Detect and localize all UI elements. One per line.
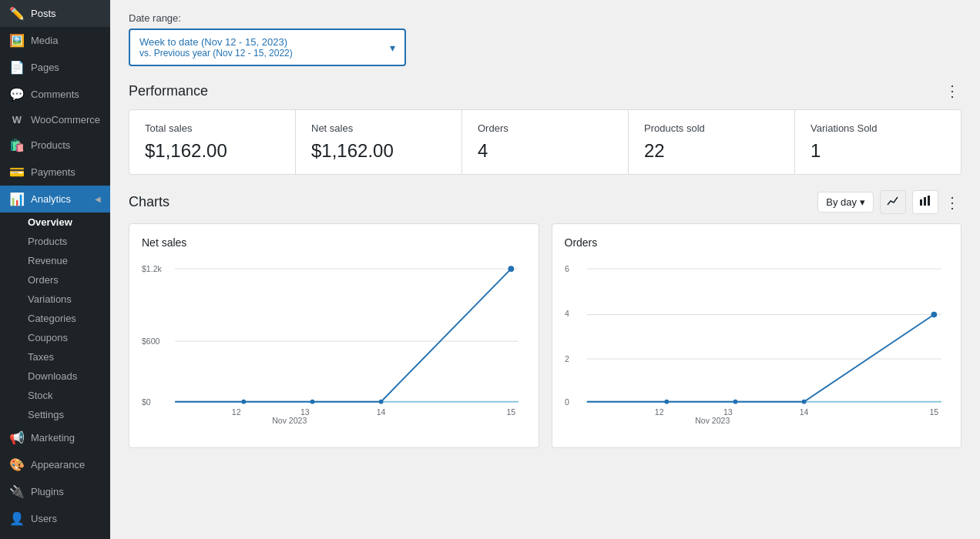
sidebar-item-label: Comments <box>31 89 79 100</box>
submenu-settings[interactable]: Settings <box>0 405 110 424</box>
svg-rect-2 <box>928 196 930 206</box>
sidebar-item-comments[interactable]: 💬 Comments <box>0 81 110 108</box>
sidebar-item-label: Plugins <box>31 486 64 497</box>
date-range-text: Week to date (Nov 12 - 15, 2023) vs. Pre… <box>139 36 293 59</box>
submenu-downloads[interactable]: Downloads <box>0 367 110 386</box>
orders-svg: 6 4 2 0 <box>565 258 949 427</box>
charts-title: Charts <box>129 194 169 210</box>
comments-icon: 💬 <box>9 87 25 102</box>
posts-icon: ✏️ <box>9 6 25 21</box>
charts-menu-icon[interactable]: ⋮ <box>945 193 962 212</box>
sidebar-item-label: Analytics <box>31 193 71 205</box>
svg-text:2: 2 <box>565 354 569 363</box>
media-icon: 🖼️ <box>9 33 25 48</box>
main-content: Date range: Week to date (Nov 12 - 15, 2… <box>110 0 980 539</box>
sidebar-item-payments[interactable]: 💳 Payments <box>0 159 110 186</box>
sidebar-item-analytics[interactable]: 📊 Analytics ◀ <box>0 186 110 213</box>
svg-text:13: 13 <box>300 407 310 417</box>
perf-value-net-sales: $1,162.00 <box>311 140 446 162</box>
bar-chart-icon-button[interactable] <box>912 190 938 214</box>
perf-label-products-sold: Products sold <box>644 122 779 134</box>
date-range-main: Week to date (Nov 12 - 15, 2023) <box>139 36 293 48</box>
sidebar: ✏️ Posts 🖼️ Media 📄 Pages 💬 Comments W W… <box>0 0 110 539</box>
perf-value-variations-sold: 1 <box>811 140 945 162</box>
sidebar-item-woocommerce[interactable]: W WooCommerce <box>0 108 110 132</box>
svg-text:4: 4 <box>565 309 569 318</box>
submenu-coupons[interactable]: Coupons <box>0 328 110 347</box>
orders-chart: Orders 6 4 2 0 <box>552 223 962 448</box>
sidebar-item-products[interactable]: 🛍️ Products <box>0 132 110 159</box>
sidebar-item-pages[interactable]: 📄 Pages <box>0 54 110 81</box>
net-sales-svg: $1.2k $600 $0 12 <box>142 258 526 427</box>
sidebar-item-plugins[interactable]: 🔌 Plugins <box>0 478 110 505</box>
svg-text:12: 12 <box>232 407 241 417</box>
sidebar-item-label: Products <box>31 139 70 151</box>
perf-value-total-sales: $1,162.00 <box>145 140 280 162</box>
analytics-submenu: Overview Products Revenue Orders Variati… <box>0 213 110 424</box>
line-chart-icon-button[interactable] <box>880 190 906 214</box>
pages-icon: 📄 <box>9 60 25 75</box>
charts-header: Charts By day ▾ ⋮ <box>129 190 962 214</box>
perf-card-products-sold: Products sold 22 <box>629 110 795 174</box>
performance-header: Performance ⋮ <box>129 82 962 100</box>
charts-grid: Net sales $1.2k $600 $0 <box>129 223 962 448</box>
svg-text:14: 14 <box>377 407 386 417</box>
svg-text:$0: $0 <box>142 397 151 407</box>
svg-text:15: 15 <box>929 407 938 417</box>
submenu-products[interactable]: Products <box>0 232 110 251</box>
svg-text:Nov 2023: Nov 2023 <box>695 416 730 425</box>
products-icon: 🛍️ <box>9 138 25 152</box>
net-sales-chart: Net sales $1.2k $600 $0 <box>129 223 539 448</box>
svg-text:14: 14 <box>799 407 808 417</box>
date-range-label: Date range: <box>129 12 962 24</box>
submenu-revenue[interactable]: Revenue <box>0 251 110 270</box>
payments-icon: 💳 <box>9 165 25 179</box>
perf-card-variations-sold: Variations Sold 1 <box>795 110 961 174</box>
svg-text:12: 12 <box>654 407 663 417</box>
by-day-button[interactable]: By day ▾ <box>817 192 874 213</box>
submenu-variations[interactable]: Variations <box>0 290 110 309</box>
analytics-icon: 📊 <box>9 192 25 206</box>
sidebar-item-marketing[interactable]: 📢 Marketing <box>0 424 110 451</box>
sidebar-item-label: WooCommerce <box>31 114 100 126</box>
perf-value-products-sold: 22 <box>644 140 779 162</box>
marketing-icon: 📢 <box>9 430 25 445</box>
submenu-categories[interactable]: Categories <box>0 309 110 328</box>
bar-chart-icon <box>919 195 931 207</box>
perf-label-net-sales: Net sales <box>311 122 446 134</box>
svg-point-13 <box>508 266 514 272</box>
sidebar-item-appearance[interactable]: 🎨 Appearance <box>0 451 110 478</box>
perf-card-total-sales: Total sales $1,162.00 <box>129 110 296 174</box>
users-icon: 👤 <box>9 511 25 526</box>
performance-title: Performance <box>129 83 208 99</box>
woocommerce-icon: W <box>9 114 25 126</box>
sidebar-item-label: Payments <box>31 166 76 178</box>
svg-rect-0 <box>920 199 922 206</box>
performance-menu-icon[interactable]: ⋮ <box>945 82 962 100</box>
sidebar-item-posts[interactable]: ✏️ Posts <box>0 0 110 27</box>
svg-point-31 <box>931 312 937 318</box>
sidebar-item-media[interactable]: 🖼️ Media <box>0 27 110 54</box>
submenu-stock[interactable]: Stock <box>0 386 110 405</box>
sidebar-item-label: Users <box>31 513 57 524</box>
svg-text:15: 15 <box>506 407 515 417</box>
chevron-down-icon: ▾ <box>390 42 395 54</box>
sidebar-item-label: Appearance <box>31 459 85 470</box>
perf-label-variations-sold: Variations Sold <box>811 122 945 134</box>
perf-value-orders: 4 <box>478 140 612 162</box>
submenu-orders[interactable]: Orders <box>0 270 110 290</box>
submenu-taxes[interactable]: Taxes <box>0 347 110 367</box>
svg-text:0: 0 <box>565 397 569 407</box>
perf-card-orders: Orders 4 <box>462 110 629 174</box>
perf-card-net-sales: Net sales $1,162.00 <box>296 110 462 174</box>
line-chart-icon <box>887 195 899 207</box>
sidebar-item-users[interactable]: 👤 Users <box>0 505 110 532</box>
submenu-overview[interactable]: Overview <box>0 213 110 232</box>
by-day-chevron-icon: ▾ <box>860 196 865 208</box>
net-sales-chart-container: $1.2k $600 $0 12 <box>142 258 526 435</box>
date-range-selector[interactable]: Week to date (Nov 12 - 15, 2023) vs. Pre… <box>129 28 406 66</box>
date-range-sub: vs. Previous year (Nov 12 - 15, 2022) <box>139 48 293 59</box>
charts-controls: By day ▾ ⋮ <box>817 190 962 214</box>
performance-grid: Total sales $1,162.00 Net sales $1,162.0… <box>129 109 962 175</box>
sidebar-item-label: Marketing <box>31 432 75 444</box>
